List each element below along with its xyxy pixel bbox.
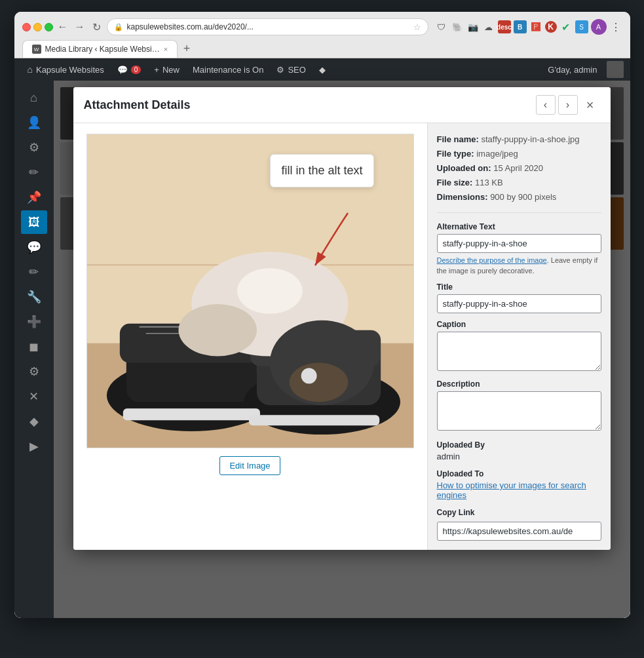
uploaded-to-label: Uploaded To bbox=[437, 469, 601, 478]
sidebar-item-tools[interactable]: 🔧 bbox=[21, 285, 47, 309]
svg-point-16 bbox=[237, 268, 303, 314]
camera-icon[interactable]: 📷 bbox=[466, 20, 480, 33]
active-tab[interactable]: W Media Library ‹ Kapsule Websi… × bbox=[22, 40, 178, 58]
file-type-value: image/jpeg bbox=[476, 149, 518, 159]
close-traffic-light[interactable] bbox=[22, 23, 31, 31]
dimensions-value: 900 by 900 pixels bbox=[490, 192, 556, 202]
sidebar-item-play[interactable]: ▶ bbox=[21, 435, 47, 458]
maintenance-label: Maintenance is On bbox=[193, 65, 263, 75]
wp-new-item[interactable]: + New bbox=[147, 58, 186, 81]
new-label: New bbox=[162, 65, 180, 75]
schema-icon: ◆ bbox=[319, 65, 326, 75]
wp-schema-item[interactable]: ◆ bbox=[313, 58, 332, 81]
uploaded-on-row: Uploaded on: 15 April 2020 bbox=[437, 161, 601, 176]
image-container: fill in the alt text bbox=[86, 134, 414, 448]
wp-admin-bar: ⌂ Kapsule Websites 💬 0 + New Maintenance… bbox=[14, 58, 630, 81]
copy-link-label: Copy Link bbox=[437, 508, 601, 517]
k-icon[interactable]: K bbox=[545, 21, 557, 33]
alt-text-hint-link[interactable]: Describe the purpose of the image bbox=[437, 256, 547, 264]
alt-text-input[interactable] bbox=[437, 234, 601, 253]
comment-bubble-icon: 💬 bbox=[117, 65, 128, 75]
home-icon: ⌂ bbox=[28, 64, 33, 75]
sky-icon[interactable]: S bbox=[575, 20, 588, 33]
svg-point-14 bbox=[289, 363, 348, 402]
admin-bar-right: G'day, admin bbox=[541, 61, 623, 78]
attachment-details-modal: Attachment Details ‹ › × bbox=[73, 87, 611, 550]
browser-window: ← → ↻ 🔒 kapsulewebsites.com.au/dev2020/.… bbox=[14, 12, 630, 618]
sidebar-item-gear2[interactable]: ⚙ bbox=[21, 360, 47, 383]
file-name-row: File name: staffy-puppy-in-a-shoe.jpg bbox=[437, 132, 601, 147]
modal-close-button[interactable]: × bbox=[580, 95, 600, 115]
description-input[interactable] bbox=[437, 391, 601, 431]
comments-count: 0 bbox=[131, 66, 142, 74]
sidebar-item-settings[interactable]: ⚙ bbox=[21, 136, 47, 159]
forward-button[interactable]: → bbox=[73, 20, 87, 34]
extensions-icon[interactable]: 🛡 bbox=[435, 20, 448, 33]
annotation-bubble: fill in the alt text bbox=[270, 154, 373, 187]
minimize-traffic-light[interactable] bbox=[33, 23, 42, 31]
tab-close-button[interactable]: × bbox=[164, 45, 168, 53]
wp-seo-item[interactable]: ⚙ SEO bbox=[270, 58, 312, 81]
modal-details-panel: File name: staffy-puppy-in-a-shoe.jpg Fi… bbox=[427, 123, 611, 550]
tab-bar: W Media Library ‹ Kapsule Websi… × + bbox=[22, 39, 622, 58]
uploaded-to-link[interactable]: How to optimise your images for search e… bbox=[437, 480, 586, 500]
wp-comments-item[interactable]: 💬 0 bbox=[111, 58, 148, 81]
new-icon: + bbox=[154, 65, 159, 75]
svg-point-15 bbox=[301, 368, 316, 384]
uploaded-by-label: Uploaded By bbox=[437, 440, 601, 450]
modal-nav: ‹ › × bbox=[536, 95, 600, 115]
new-tab-button[interactable]: + bbox=[178, 39, 196, 58]
address-bar[interactable]: 🔒 kapsulewebsites.com.au/dev2020/... ☆ bbox=[107, 18, 428, 35]
uploaded-on-label: Uploaded on: bbox=[437, 163, 491, 173]
browser-titlebar: ← → ↻ 🔒 kapsulewebsites.com.au/dev2020/.… bbox=[14, 12, 630, 58]
file-type-row: File type: image/jpeg bbox=[437, 147, 601, 161]
sidebar-item-comments[interactable]: 💬 bbox=[21, 235, 47, 259]
wp-maintenance-item[interactable]: Maintenance is On bbox=[186, 58, 270, 81]
check-icon[interactable]: ✔ bbox=[559, 20, 573, 33]
back-button[interactable]: ← bbox=[56, 20, 70, 34]
title-input[interactable] bbox=[437, 294, 601, 313]
description-label: Description bbox=[437, 379, 601, 389]
evernote-icon[interactable]: 🐘 bbox=[451, 20, 464, 33]
desc-icon[interactable]: desc bbox=[498, 20, 511, 33]
file-size-value: 113 KB bbox=[475, 178, 503, 187]
greeting-text: G'day, admin bbox=[541, 65, 603, 75]
b-icon[interactable]: B bbox=[514, 20, 527, 33]
file-type-label: File type: bbox=[437, 149, 474, 159]
sidebar-item-dashboard[interactable]: ⌂ bbox=[21, 86, 47, 109]
address-bar-row: ← → ↻ 🔒 kapsulewebsites.com.au/dev2020/.… bbox=[22, 18, 622, 35]
pocket-icon[interactable]: 🅿 bbox=[529, 20, 542, 33]
uploaded-by-value: admin bbox=[437, 452, 601, 461]
edit-image-button[interactable]: Edit Image bbox=[219, 456, 280, 475]
file-size-row: File size: 113 KB bbox=[437, 176, 601, 190]
sidebar-item-users[interactable]: 👤 bbox=[21, 111, 47, 134]
profile-avatar[interactable]: A bbox=[591, 19, 607, 35]
alt-text-label: Alternative Text bbox=[437, 222, 601, 231]
caption-input[interactable] bbox=[437, 332, 601, 371]
sidebar-item-media[interactable]: 🖼 bbox=[21, 210, 47, 234]
annotation-arrow-svg bbox=[295, 206, 374, 285]
refresh-button[interactable]: ↻ bbox=[90, 20, 104, 34]
sidebar-item-diamond[interactable]: ◆ bbox=[21, 410, 47, 433]
copy-link-input[interactable] bbox=[437, 522, 601, 541]
sidebar-item-close[interactable]: ✕ bbox=[21, 385, 47, 408]
admin-avatar[interactable] bbox=[607, 61, 624, 78]
sidebar-item-pin[interactable]: 📌 bbox=[21, 185, 47, 209]
modal-next-button[interactable]: › bbox=[558, 95, 578, 115]
cloud-icon[interactable]: ☁ bbox=[482, 20, 495, 33]
wp-home-item[interactable]: ⌂ Kapsule Websites bbox=[21, 58, 111, 81]
sidebar-item-pencil[interactable]: ✏ bbox=[21, 260, 47, 284]
wp-sidebar: ⌂ 👤 ⚙ ✏ 📌 🖼 💬 ✏ 🔧 ➕ ◼ ⚙ ✕ ◆ ▶ bbox=[14, 81, 54, 618]
sidebar-item-edit[interactable]: ✏ bbox=[21, 161, 47, 184]
modal-body: fill in the alt text bbox=[73, 123, 611, 550]
sidebar-item-add[interactable]: ➕ bbox=[21, 310, 47, 334]
tab-favicon: W bbox=[32, 45, 41, 54]
modal-overlay: Attachment Details ‹ › × bbox=[54, 81, 630, 618]
menu-icon[interactable]: ⋮ bbox=[609, 20, 622, 33]
modal-prev-button[interactable]: ‹ bbox=[536, 95, 556, 115]
sidebar-item-blocks[interactable]: ◼ bbox=[21, 335, 47, 358]
seo-label: SEO bbox=[288, 65, 305, 75]
attachment-image: fill in the alt text bbox=[86, 134, 414, 448]
maximize-traffic-light[interactable] bbox=[45, 23, 53, 31]
svg-rect-17 bbox=[123, 408, 259, 420]
